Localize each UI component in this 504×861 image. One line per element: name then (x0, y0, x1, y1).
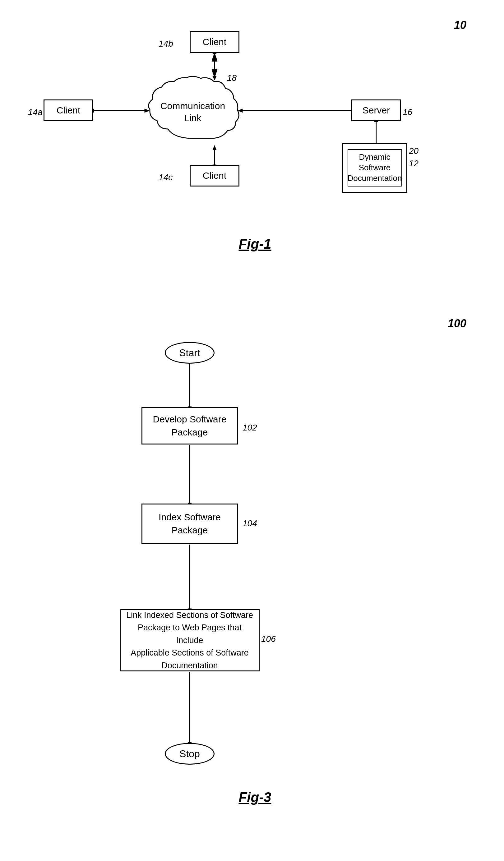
develop-text: Develop SoftwarePackage (153, 413, 227, 439)
client-14a-box: Client (43, 99, 93, 121)
label-102: 102 (243, 423, 257, 433)
label-18: 18 (227, 73, 236, 83)
fig1-caption: Fig-1 (25, 236, 485, 252)
fig3-diagram: 100 Start Develop Softw (25, 311, 485, 808)
fig1-ref-number: 10 (454, 19, 466, 32)
link-text: Link Indexed Sections of SoftwarePackage… (124, 609, 256, 672)
client-14b-text: Client (203, 37, 227, 47)
link-box: Link Indexed Sections of SoftwarePackage… (120, 609, 260, 671)
stop-text: Stop (179, 748, 200, 760)
label-14b: 14b (159, 39, 173, 49)
database-text: Dynamic SoftwareDocumentation (348, 152, 402, 183)
fig1-caption-text: Fig-1 (239, 236, 271, 251)
fig3-ref-number: 100 (448, 317, 466, 330)
server-box: Server (351, 99, 401, 121)
label-16: 16 (403, 107, 412, 117)
label-106: 106 (261, 634, 276, 644)
client-14c-box: Client (190, 165, 240, 187)
stop-oval: Stop (165, 743, 215, 765)
database-outer-box: Dynamic SoftwareDocumentation (342, 143, 407, 193)
cloud-shape: CommunicationLink (143, 74, 243, 149)
label-20: 20 (409, 146, 419, 156)
start-text: Start (179, 347, 200, 359)
fig3-arrows (25, 311, 485, 808)
label-12: 12 (409, 159, 419, 168)
index-text: Index SoftwarePackage (159, 511, 221, 537)
label-14a: 14a (28, 107, 43, 117)
start-oval: Start (165, 342, 215, 364)
fig3-caption: Fig-3 (25, 790, 485, 805)
client-14b-box: Client (190, 31, 240, 53)
fig3-caption-text: Fig-3 (239, 790, 271, 805)
server-text: Server (363, 105, 390, 115)
develop-box: Develop SoftwarePackage (141, 407, 238, 445)
fig1-arrows (25, 12, 485, 255)
client-14a-text: Client (57, 105, 81, 115)
page: 10 (0, 0, 504, 861)
fig1-diagram: 10 (25, 12, 485, 255)
client-14c-text: Client (203, 170, 227, 181)
database-inner-box: Dynamic SoftwareDocumentation (348, 149, 402, 187)
label-104: 104 (243, 518, 257, 529)
label-14c: 14c (159, 173, 173, 182)
index-box: Index SoftwarePackage (141, 504, 238, 544)
